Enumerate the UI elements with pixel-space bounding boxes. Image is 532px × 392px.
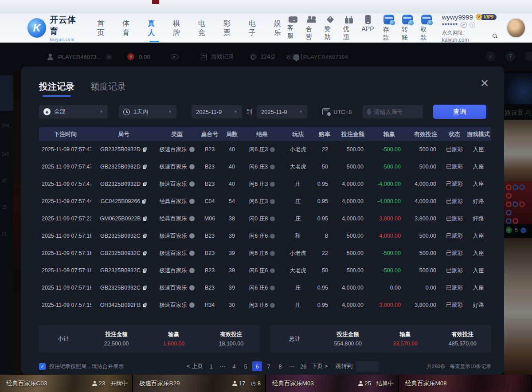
- gift-icon: [344, 15, 353, 24]
- live-table-tile[interactable]: 极速百家乐B2917◷8: [133, 375, 266, 392]
- date-from-picker[interactable]: 2025-11-9 ▼: [192, 105, 242, 118]
- copy-icon[interactable]: [143, 286, 147, 290]
- page-7[interactable]: 7: [264, 361, 274, 371]
- result-detail-icon[interactable]: [270, 216, 275, 221]
- next-page-button[interactable]: 下页 >: [310, 361, 329, 371]
- nav-item-真人[interactable]: 真人: [148, 15, 161, 41]
- live-table-tile[interactable]: 经典百家乐M0325结算中: [266, 375, 399, 392]
- copy-icon[interactable]: [143, 234, 147, 239]
- page-1[interactable]: 1: [206, 361, 216, 371]
- quick-link-优惠[interactable]: 优惠: [343, 15, 355, 41]
- result-detail-icon[interactable]: [270, 182, 275, 187]
- magnifier-icon[interactable]: [492, 33, 497, 39]
- cell-win-loss: -4,000.00: [371, 198, 408, 204]
- cell-status: 已派彩: [443, 215, 466, 223]
- copy-icon[interactable]: [143, 303, 147, 308]
- modal-tabs: 投注记录额度记录: [39, 81, 126, 97]
- page-26[interactable]: 26: [298, 361, 308, 371]
- cell-result: 闲6 庄6: [242, 250, 282, 257]
- nav-item-棋牌[interactable]: 棋牌: [173, 15, 186, 41]
- eye-off-icon[interactable]: [461, 22, 467, 28]
- copy-icon[interactable]: [143, 147, 147, 152]
- jump-input[interactable]: [356, 361, 379, 372]
- copy-icon[interactable]: [143, 268, 147, 273]
- viewer-count-value: 25: [365, 380, 371, 387]
- result-detail-icon[interactable]: [270, 303, 275, 308]
- game-type-icon: [189, 302, 195, 308]
- game-type-icon: [189, 268, 195, 273]
- cell-time: 2025-11-09 07:57:23: [39, 216, 91, 222]
- logo-k-icon: K: [27, 18, 46, 38]
- wallet-link-转账[interactable]: 转账: [402, 15, 413, 42]
- merge-checkbox[interactable]: ✓: [39, 363, 46, 370]
- total-panel: 总计 投注金额554,800.00 输赢33,570.00 有效投注485,57…: [270, 325, 491, 353]
- cell-type: 极速百家乐: [156, 267, 198, 274]
- quick-link-label: 合营: [306, 25, 317, 41]
- type-text: 极速百家乐: [159, 232, 187, 240]
- result-detail-icon[interactable]: [270, 199, 275, 204]
- prev-page-button[interactable]: < 上页: [185, 361, 204, 371]
- nav-item-电子[interactable]: 电子: [249, 15, 262, 41]
- copy-icon[interactable]: [142, 199, 147, 204]
- cell-mode: 好路: [466, 198, 491, 205]
- copy-icon[interactable]: [143, 165, 147, 169]
- quick-link-合营[interactable]: 合营: [306, 15, 317, 41]
- type-text: 极速百家乐: [159, 180, 187, 188]
- wallet-link-取款[interactable]: 取款: [420, 15, 432, 42]
- nav-item-首页[interactable]: 首页: [97, 15, 110, 41]
- cell-table-no: C04: [198, 198, 222, 204]
- vip-badge: V VIP9: [476, 14, 497, 20]
- page-6[interactable]: 6: [252, 361, 262, 371]
- site-logo[interactable]: K 开云体育 kaiyun.com: [27, 14, 84, 42]
- withdraw-card-icon: [421, 15, 432, 24]
- date-range-select[interactable]: 1天内 ▼: [119, 105, 176, 118]
- timezone-label: UTC+8: [333, 109, 352, 115]
- nav-item-体育[interactable]: 体育: [122, 15, 136, 41]
- copy-icon[interactable]: [143, 182, 147, 187]
- quick-link-APP[interactable]: APP: [362, 15, 374, 41]
- nav-item-彩票[interactable]: 彩票: [223, 15, 237, 41]
- quick-link-label: 优惠: [343, 25, 355, 41]
- query-button[interactable]: 查询: [433, 105, 486, 119]
- col-header-赔率: 赔率: [314, 130, 335, 138]
- tab-投注记录[interactable]: 投注记录: [39, 81, 74, 97]
- cell-rounds: 40: [222, 146, 242, 153]
- result-detail-icon[interactable]: [270, 251, 275, 256]
- cell-mode: 好路: [466, 215, 491, 223]
- type-text: 极速百家乐: [159, 302, 187, 309]
- result-detail-icon[interactable]: [270, 268, 275, 273]
- date-to-picker[interactable]: 2025-11-9 ▼: [257, 105, 307, 118]
- round-search-input[interactable]: [374, 109, 419, 115]
- tab-额度记录[interactable]: 额度记录: [90, 81, 126, 97]
- page-5[interactable]: 5: [241, 361, 250, 371]
- result-detail-icon[interactable]: [270, 165, 275, 169]
- live-table-tile[interactable]: 经典百家乐C0323开牌中: [0, 375, 133, 392]
- copy-icon[interactable]: [143, 216, 148, 221]
- logo-brand-text: 开云体育: [50, 14, 84, 37]
- live-table-meta: 17◷8: [232, 380, 261, 387]
- cell-odds: 50: [314, 267, 335, 274]
- cell-status: 已派彩: [443, 250, 466, 257]
- page-8[interactable]: 8: [275, 361, 285, 371]
- copy-icon[interactable]: [143, 251, 147, 256]
- quick-link-赞助[interactable]: 赞助: [325, 15, 336, 41]
- quick-link-客服[interactable]: 客服: [287, 15, 299, 41]
- result-detail-icon[interactable]: [270, 286, 275, 290]
- nav-item-电竞[interactable]: 电竞: [198, 15, 211, 41]
- result-detail-icon[interactable]: [270, 147, 275, 152]
- game-type-select[interactable]: ♠ 全部 ▼: [39, 105, 108, 118]
- game-type-icon: [189, 147, 195, 152]
- live-table-tile[interactable]: 经典百家乐M08: [399, 375, 532, 392]
- close-icon[interactable]: ✕: [480, 78, 489, 89]
- nav-item-娱乐[interactable]: 娱乐: [274, 15, 287, 41]
- cell-valid-bet: 500.00: [408, 233, 443, 239]
- avatar[interactable]: [506, 18, 526, 38]
- wallet-link-存款[interactable]: 存款: [383, 15, 395, 42]
- result-detail-icon[interactable]: [270, 234, 275, 239]
- refresh-circle-icon[interactable]: ∨: [469, 22, 475, 28]
- game-id-text: GB2325B0932C: [100, 285, 141, 291]
- cell-bet-amount: 4,000.00: [335, 181, 371, 187]
- page-4[interactable]: 4: [229, 361, 239, 371]
- cell-bet-amount: 4,000.00: [335, 302, 371, 308]
- cell-status: 已派彩: [443, 198, 466, 205]
